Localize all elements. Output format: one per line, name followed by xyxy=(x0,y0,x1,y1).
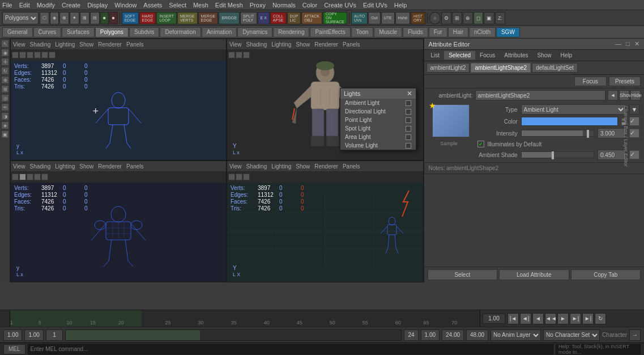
timeline-current-frame[interactable] xyxy=(483,314,505,324)
vp-toolbar-btn[interactable] xyxy=(49,52,56,58)
frame-step-field[interactable]: 24 xyxy=(404,329,418,341)
toolbar-btn-ute[interactable]: UTE xyxy=(381,12,395,24)
vp-toolbar-btn[interactable] xyxy=(41,52,48,58)
menu-edit-mesh[interactable]: Edit Mesh xyxy=(215,2,243,9)
toolbar-btn-out[interactable]: Out xyxy=(368,12,380,24)
intensity-slider[interactable] xyxy=(521,130,594,137)
scale-field[interactable]: 1.00 xyxy=(24,329,43,341)
lights-directional[interactable]: Directional Light xyxy=(340,107,416,116)
tab-general[interactable]: General xyxy=(2,27,33,37)
vp-toolbar-btn-br[interactable] xyxy=(228,174,235,180)
lights-ambient[interactable]: Ambient Light xyxy=(340,99,416,107)
toolbar-btn-circle[interactable]: ○ xyxy=(429,12,441,24)
frame-field[interactable]: 1 xyxy=(46,329,63,341)
lights-ambient-check[interactable] xyxy=(406,100,411,106)
tab-rendering[interactable]: Rendering xyxy=(273,27,309,37)
vp-tl-show[interactable]: Show xyxy=(79,41,93,48)
lights-dialog-close[interactable]: ✕ xyxy=(407,90,412,98)
toolbar-btn-collapse[interactable]: COLLAPSE xyxy=(270,12,287,24)
vp-toolbar-btn-bl[interactable] xyxy=(12,174,19,180)
tab-fluids[interactable]: Fluids xyxy=(403,27,428,37)
illuminates-checkbox[interactable]: ✓ xyxy=(477,141,484,147)
lights-directional-check[interactable] xyxy=(406,109,411,115)
menu-file[interactable]: File xyxy=(2,2,12,9)
vp-toolbar-btn-br3[interactable] xyxy=(243,174,250,180)
attr-tab-focus[interactable]: Focus xyxy=(475,51,500,60)
timeline-options-btn[interactable]: → xyxy=(629,329,641,341)
intensity-checker[interactable]: ✓ xyxy=(629,129,639,138)
vp-bl-lighting[interactable]: Lighting xyxy=(55,163,75,170)
vp-bl-show[interactable]: Show xyxy=(79,163,93,170)
attr-tab-help[interactable]: Help xyxy=(556,51,577,60)
color-swatch[interactable] xyxy=(521,117,618,126)
vp-tl-shading[interactable]: Shading xyxy=(30,41,51,48)
tab-curves[interactable]: Curves xyxy=(33,27,62,37)
menu-normals[interactable]: Normals xyxy=(272,2,296,9)
menu-window[interactable]: Window xyxy=(114,2,137,9)
color-checker[interactable]: ✓ xyxy=(629,117,639,126)
timeline-ruler[interactable]: 1 5 10 15 20 25 30 35 40 45 50 55 60 65 … xyxy=(10,310,480,327)
attr-maximize-btn[interactable]: □ xyxy=(626,40,630,48)
tab-sgw[interactable]: SGW xyxy=(496,27,520,37)
transport-end[interactable]: ►| xyxy=(582,313,594,324)
toolbar-btn-1[interactable]: ⬡ xyxy=(40,12,49,24)
toolbar-btn-snap[interactable]: ◻ xyxy=(474,12,483,24)
toolbar-btn-dup[interactable]: DUPLIC xyxy=(287,12,301,24)
lights-point[interactable]: Point Light xyxy=(340,116,416,124)
vp-bl-renderer[interactable]: Renderer xyxy=(98,163,122,170)
menu-edit[interactable]: Edit xyxy=(19,2,30,9)
attr-node-tab-lightset[interactable]: defaultLightSet xyxy=(532,63,578,73)
attr-node-tab-ambient2[interactable]: ambientLight2 xyxy=(427,63,470,73)
toolbar-btn-3[interactable]: ⊕ xyxy=(59,12,69,24)
lights-volume-check[interactable] xyxy=(406,143,411,149)
presets-btn[interactable]: Presets xyxy=(609,77,641,86)
vp-toolbar-btn[interactable] xyxy=(27,52,33,58)
icon-show-manip[interactable]: ⊞ xyxy=(1,85,9,93)
tab-hair[interactable]: Hair xyxy=(448,27,468,37)
toolbar-btn-hist[interactable]: HISTORY xyxy=(411,12,425,24)
toolbar-btn-settings[interactable]: ⚙ xyxy=(441,12,451,24)
icon-sculpt[interactable]: ◑ xyxy=(1,112,9,120)
lights-spot-check[interactable] xyxy=(406,126,411,132)
icon-cluster[interactable]: ◈ xyxy=(1,121,9,129)
vp-br-renderer[interactable]: Renderer xyxy=(314,163,338,170)
attr-minimize-btn[interactable]: — xyxy=(615,40,621,48)
tab-surfaces[interactable]: Surfaces xyxy=(62,27,94,37)
vp-br-shading[interactable]: Shading xyxy=(246,163,267,170)
tab-dynamics[interactable]: Dynamics xyxy=(237,27,272,37)
lights-volume[interactable]: Volume Light xyxy=(340,141,416,150)
range-end-field[interactable]: 24.00 xyxy=(442,329,464,341)
vp-br-panels[interactable]: Panels xyxy=(343,163,360,170)
vp-br-view[interactable]: View xyxy=(229,163,242,170)
menu-select[interactable]: Select xyxy=(169,2,186,9)
toolbar-btn-8[interactable]: ■ xyxy=(109,12,118,24)
vp-tl-panels[interactable]: Panels xyxy=(126,41,144,48)
icon-camera[interactable]: ▣ xyxy=(1,130,9,138)
icon-soft[interactable]: ◎ xyxy=(1,94,9,102)
attr-tab-list[interactable]: List xyxy=(427,51,445,60)
vp-toolbar-btn-bl5[interactable] xyxy=(41,174,48,180)
transport-start[interactable]: |◄ xyxy=(507,313,519,324)
vp-tr-renderer[interactable]: Renderer xyxy=(314,41,338,48)
toolbar-btn-7[interactable]: ■ xyxy=(100,12,109,24)
vp-tr-panels[interactable]: Panels xyxy=(343,41,360,48)
attr-node-tab-shape2[interactable]: ambientLightShape2 xyxy=(471,63,531,73)
tab-muscle[interactable]: Muscle xyxy=(374,27,402,37)
range-start-field[interactable]: 1.00 xyxy=(421,329,440,341)
attr-tab-attributes[interactable]: Attributes xyxy=(500,51,532,60)
vp-toolbar-btn[interactable] xyxy=(12,52,19,58)
copy-tab-btn[interactable]: Copy Tab xyxy=(571,269,641,280)
menu-help[interactable]: Help xyxy=(394,2,407,9)
toolbar-btn-6[interactable]: ⊟ xyxy=(90,12,100,24)
toolbar-btn-merge-verts[interactable]: MERGEVERTS xyxy=(177,12,198,24)
vp-br-lighting[interactable]: Lighting xyxy=(271,163,291,170)
menu-color[interactable]: Color xyxy=(302,2,317,9)
attr-tab-show[interactable]: Show xyxy=(533,51,556,60)
tab-deformation[interactable]: Deformation xyxy=(160,27,201,37)
icon-rotate[interactable]: ↻ xyxy=(1,67,9,75)
vp-toolbar-btn[interactable] xyxy=(34,52,41,58)
toolbar-btn-attack[interactable]: ATTACKOBJ xyxy=(301,12,322,24)
vp-tr-lighting[interactable]: Lighting xyxy=(271,41,291,48)
ambient-light-input[interactable] xyxy=(475,90,605,100)
tab-paint-effects[interactable]: PaintEffects xyxy=(310,27,350,37)
